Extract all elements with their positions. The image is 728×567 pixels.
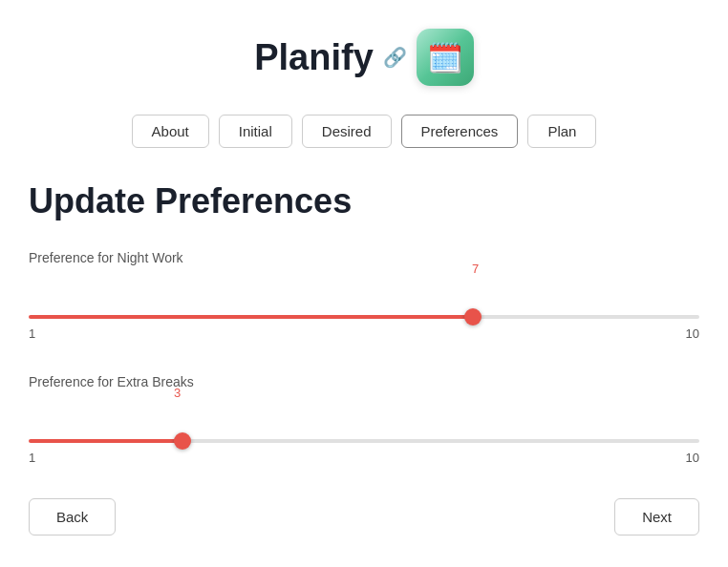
extra-breaks-max: 10 bbox=[686, 451, 699, 465]
nav-tabs: About Initial Desired Preferences Plan bbox=[29, 115, 699, 148]
extra-breaks-label: Preference for Extra Breaks bbox=[29, 374, 699, 389]
tab-preferences[interactable]: Preferences bbox=[401, 115, 519, 148]
night-work-slider-container: 7 bbox=[29, 283, 699, 323]
tab-desired[interactable]: Desired bbox=[302, 115, 392, 148]
extra-breaks-slider-container: 3 bbox=[29, 407, 699, 447]
link-icon: 🔗 bbox=[383, 46, 407, 69]
back-button[interactable]: Back bbox=[29, 498, 116, 536]
extra-breaks-value: 3 bbox=[174, 386, 181, 400]
night-work-value: 7 bbox=[472, 262, 479, 276]
extra-breaks-section: Preference for Extra Breaks 3 1 10 bbox=[29, 374, 699, 465]
night-work-section: Preference for Night Work 7 1 10 bbox=[29, 250, 699, 341]
extra-breaks-slider[interactable] bbox=[29, 439, 699, 443]
footer-buttons: Back Next bbox=[29, 498, 699, 536]
tab-initial[interactable]: Initial bbox=[219, 115, 292, 148]
app-title: Planify bbox=[254, 37, 374, 78]
night-work-min: 1 bbox=[29, 326, 35, 341]
night-work-range-labels: 1 10 bbox=[29, 326, 699, 341]
night-work-max: 10 bbox=[686, 326, 699, 341]
page-title: Update Preferences bbox=[29, 181, 699, 221]
extra-breaks-min: 1 bbox=[29, 451, 35, 465]
calendar-icon: 🗓️ bbox=[427, 41, 462, 74]
app-header: Planify 🔗 🗓️ bbox=[29, 29, 699, 86]
extra-breaks-range-labels: 1 10 bbox=[29, 451, 699, 465]
next-button[interactable]: Next bbox=[614, 498, 699, 536]
tab-about[interactable]: About bbox=[132, 115, 209, 148]
night-work-slider[interactable] bbox=[29, 315, 699, 319]
tab-plan[interactable]: Plan bbox=[527, 115, 596, 148]
app-icon: 🗓️ bbox=[417, 29, 474, 86]
night-work-label: Preference for Night Work bbox=[29, 250, 699, 265]
